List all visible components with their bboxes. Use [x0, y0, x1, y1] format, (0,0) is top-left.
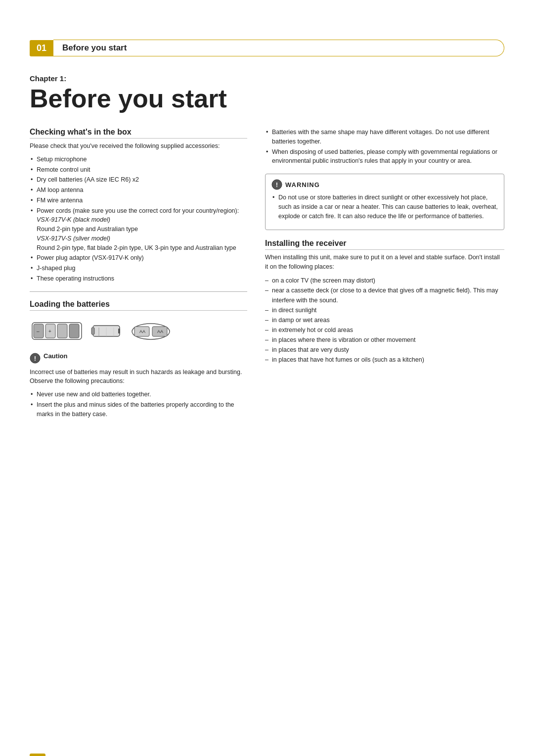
list-item: in places that have hot fumes or oils (s… — [265, 355, 504, 365]
svg-rect-9 — [118, 329, 120, 333]
warning-icon: ! — [271, 179, 282, 190]
checking-intro: Please check that you've received the fo… — [30, 142, 247, 151]
list-item: on a color TV (the screen may distort) — [265, 276, 504, 285]
warning-header: ! WARNING — [271, 179, 498, 190]
chapter-header-bar: 01 Before you start — [30, 40, 504, 56]
svg-text:AA: AA — [139, 329, 145, 334]
list-item: Do not use or store batteries in direct … — [271, 193, 498, 221]
caution-intro: Incorrect use of batteries may result in… — [30, 368, 247, 386]
warning-list: Do not use or store batteries in direct … — [271, 193, 498, 221]
list-item: Power cords (make sure you use the corre… — [30, 206, 247, 253]
installing-heading: Installing the receiver — [265, 239, 504, 250]
chapter-label: Chapter 1: — [30, 74, 504, 83]
warning-box: ! WARNING Do not use or store batteries … — [265, 174, 504, 230]
list-item: in direct sunlight — [265, 305, 504, 315]
loading-heading: Loading the batteries — [30, 300, 247, 311]
chapter-header-title: Before you start — [53, 40, 504, 56]
page-number: 6 — [30, 754, 45, 756]
caution-icon: ! — [30, 353, 41, 364]
page: 01 Before you start Chapter 1: Before yo… — [0, 40, 534, 756]
list-item: Power plug adaptor (VSX-917V-K only) — [30, 253, 247, 263]
vsx-black-label: VSX-917V-K (black model) — [37, 215, 247, 225]
list-item: Batteries with the same shape may have d… — [265, 128, 504, 146]
caution-box: ! Caution — [30, 352, 247, 364]
list-item: Insert the plus and minus sides of the b… — [30, 400, 247, 419]
svg-rect-8 — [91, 328, 94, 334]
list-item: in damp or wet areas — [265, 315, 504, 325]
list-item: AM loop antenna — [30, 186, 247, 195]
svg-text:!: ! — [276, 181, 278, 189]
caution-label: Caution — [44, 352, 67, 360]
svg-text:AA: AA — [157, 329, 163, 334]
list-item: Setup microphone — [30, 155, 247, 164]
list-item: Dry cell batteries (AA size IEC R6) x2 — [30, 175, 247, 185]
list-item: in extremely hot or cold areas — [265, 325, 504, 335]
list-item: in places where there is vibration or ot… — [265, 335, 504, 345]
caution-list: Never use new and old batteries together… — [30, 390, 247, 419]
checking-list: Setup microphone Remote control unit Dry… — [30, 155, 247, 284]
list-item: Remote control unit — [30, 165, 247, 175]
battery-image-2 — [89, 317, 124, 345]
checking-heading: Checking what's in the box — [30, 128, 247, 139]
list-item: These operating instructions — [30, 274, 247, 284]
left-column: Checking what's in the box Please check … — [30, 128, 247, 423]
list-item: When disposing of used batteries, please… — [265, 147, 504, 166]
installing-intro: When installing this unit, make sure to … — [265, 253, 504, 272]
vsx-silver-label: VSX-917V-S (silver model) — [37, 234, 247, 243]
divider — [30, 291, 247, 292]
list-item: J-shaped plug — [30, 264, 247, 273]
list-item: FM wire antenna — [30, 196, 247, 205]
right-bullet-list: Batteries with the same shape may have d… — [265, 128, 504, 166]
list-item: near a cassette deck (or close to a devi… — [265, 285, 504, 305]
right-column: Batteries with the same shape may have d… — [265, 128, 504, 423]
svg-text:!: ! — [34, 355, 36, 362]
page-footer: 6 En — [30, 754, 45, 756]
svg-rect-3 — [57, 324, 67, 338]
battery-image-3: AA AA — [129, 317, 173, 345]
content-columns: Checking what's in the box Please check … — [30, 128, 504, 423]
svg-text:+: + — [48, 329, 51, 334]
chapter-number: 01 — [30, 40, 53, 56]
page-title: Before you start — [30, 85, 504, 113]
svg-text:–: – — [37, 329, 40, 334]
warning-label: WARNING — [285, 181, 320, 189]
svg-rect-4 — [69, 324, 79, 338]
battery-image-1: – + — [30, 317, 84, 345]
vsx-silver-desc: Round 2-pin type, flat blade 2-pin type,… — [37, 243, 247, 253]
battery-images: – + AA AA — [30, 317, 247, 345]
vsx-black-desc: Round 2-pin type and Australian type — [37, 225, 247, 234]
list-item: in places that are very dusty — [265, 345, 504, 355]
list-item: Never use new and old batteries together… — [30, 390, 247, 399]
installing-list: on a color TV (the screen may distort) n… — [265, 276, 504, 365]
